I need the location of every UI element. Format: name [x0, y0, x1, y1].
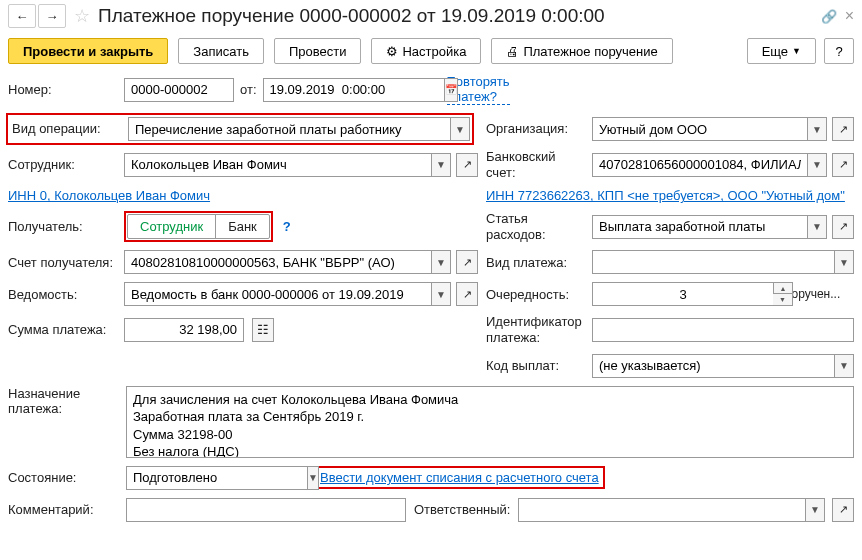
window-header: ← → ☆ Платежное поручение 0000-000002 от… [0, 0, 862, 32]
exp-item-input[interactable] [592, 215, 807, 239]
save-button[interactable]: Записать [178, 38, 264, 64]
responsible-open-button[interactable]: ↗ [832, 498, 854, 522]
statement-label: Ведомость: [8, 287, 118, 303]
exp-item-open-button[interactable]: ↗ [832, 215, 854, 239]
op-type-label: Вид операции: [10, 121, 120, 137]
bank-acc-open-button[interactable]: ↗ [832, 153, 854, 177]
op-type-input[interactable] [128, 117, 450, 141]
bank-acc-label: Банковский счет: [486, 149, 586, 180]
tab-employee[interactable]: Сотрудник [128, 215, 216, 238]
print-button[interactable]: 🖨Платежное поручение [491, 38, 672, 64]
pay-type-dropdown[interactable]: ▼ [834, 250, 854, 274]
pay-code-input[interactable] [592, 354, 834, 378]
org-label: Организация: [486, 121, 586, 137]
bank-acc-dropdown[interactable]: ▼ [807, 153, 827, 177]
responsible-dropdown[interactable]: ▼ [805, 498, 825, 522]
status-input[interactable] [126, 466, 307, 490]
op-type-dropdown[interactable]: ▼ [450, 117, 470, 141]
statement-input[interactable] [124, 282, 431, 306]
org-dropdown[interactable]: ▼ [807, 117, 827, 141]
pay-id-input[interactable] [592, 318, 854, 342]
payee-acc-label: Счет получателя: [8, 255, 118, 271]
priority-input[interactable] [592, 282, 773, 306]
close-button[interactable]: × [845, 7, 854, 25]
gear-icon: ⚙ [386, 44, 398, 59]
calculator-button[interactable]: ☷ [252, 318, 274, 342]
link-icon[interactable]: 🔗 [821, 9, 837, 24]
org-open-button[interactable]: ↗ [832, 117, 854, 141]
settings-button[interactable]: ⚙Настройка [371, 38, 481, 64]
exp-item-label: Статья расходов: [486, 211, 586, 242]
responsible-input[interactable] [518, 498, 805, 522]
pay-id-label: Идентификатор платежа: [486, 314, 586, 345]
chevron-down-icon: ▼ [792, 46, 801, 56]
amount-label: Сумма платежа: [8, 322, 118, 338]
responsible-label: Ответственный: [414, 502, 510, 517]
comment-input[interactable] [126, 498, 406, 522]
tab-bank[interactable]: Банк [216, 215, 269, 238]
number-label: Номер: [8, 82, 118, 98]
payee-acc-open-button[interactable]: ↗ [456, 250, 478, 274]
amount-input[interactable] [124, 318, 244, 342]
post-close-button[interactable]: Провести и закрыть [8, 38, 168, 64]
number-input[interactable] [124, 78, 234, 102]
exp-item-dropdown[interactable]: ▼ [807, 215, 827, 239]
purpose-textarea[interactable] [126, 386, 854, 458]
post-button[interactable]: Провести [274, 38, 362, 64]
more-button[interactable]: Еще ▼ [747, 38, 816, 64]
statement-open-button[interactable]: ↗ [456, 282, 478, 306]
payee-label: Получатель: [8, 219, 118, 235]
employee-label: Сотрудник: [8, 157, 118, 173]
purpose-label: Назначение платежа: [8, 386, 118, 417]
status-dropdown[interactable]: ▼ [307, 466, 319, 490]
statement-dropdown[interactable]: ▼ [431, 282, 451, 306]
window-title: Платежное поручение 0000-000002 от 19.09… [98, 5, 813, 27]
employee-input[interactable] [124, 153, 431, 177]
pay-type-input[interactable] [592, 250, 834, 274]
employee-open-button[interactable]: ↗ [456, 153, 478, 177]
writeoff-link[interactable]: Ввести документ списания с расчетного сч… [320, 470, 599, 485]
org-input[interactable] [592, 117, 807, 141]
help-button[interactable]: ? [824, 38, 854, 64]
inn-payer-link[interactable]: ИНН 0, Колокольцев Иван Фомич [8, 188, 210, 203]
pay-type-label: Вид платежа: [486, 255, 586, 271]
back-button[interactable]: ← [8, 4, 36, 28]
date-input[interactable] [263, 78, 444, 102]
bank-acc-input[interactable] [592, 153, 807, 177]
pay-code-dropdown[interactable]: ▼ [834, 354, 854, 378]
from-label: от: [240, 82, 257, 97]
pay-code-label: Код выплат: [486, 358, 586, 374]
priority-down[interactable]: ▼ [773, 294, 793, 306]
forward-button[interactable]: → [38, 4, 66, 28]
comment-label: Комментарий: [8, 502, 118, 518]
employee-dropdown[interactable]: ▼ [431, 153, 451, 177]
priority-up[interactable]: ▲ [773, 282, 793, 294]
payee-acc-input[interactable] [124, 250, 431, 274]
toolbar: Провести и закрыть Записать Провести ⚙На… [0, 32, 862, 70]
calendar-button[interactable]: 📅 [444, 78, 458, 102]
payee-acc-dropdown[interactable]: ▼ [431, 250, 451, 274]
inn-org-link[interactable]: ИНН 7723662263, КПП <не требуется>, ООО … [486, 188, 845, 203]
favorite-icon[interactable]: ☆ [74, 5, 90, 27]
priority-label: Очередность: [486, 287, 586, 303]
printer-icon: 🖨 [506, 44, 519, 59]
payee-help-icon[interactable]: ? [279, 219, 295, 234]
status-label: Состояние: [8, 470, 118, 486]
